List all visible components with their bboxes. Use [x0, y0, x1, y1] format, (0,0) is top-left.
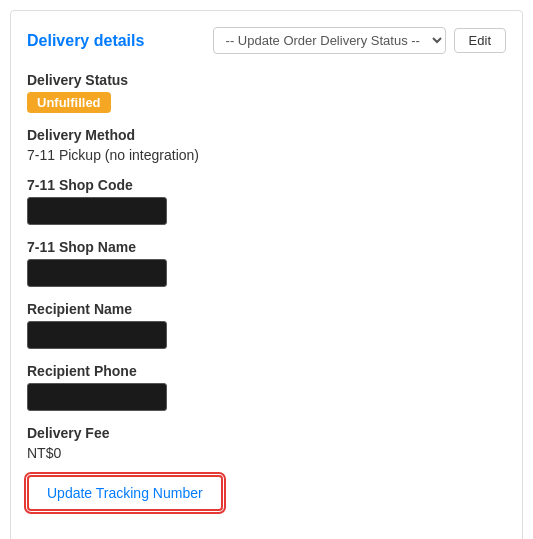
delivery-method-value: 7-11 Pickup (no integration) [27, 147, 506, 163]
card-title: Delivery details [27, 32, 144, 50]
header-controls: -- Update Order Delivery Status -- Fulfi… [213, 27, 506, 54]
recipient-name-section: Recipient Name [27, 301, 506, 349]
recipient-phone-label: Recipient Phone [27, 363, 506, 379]
edit-button[interactable]: Edit [454, 28, 506, 53]
shop-code-section: 7-11 Shop Code [27, 177, 506, 225]
shop-name-section: 7-11 Shop Name [27, 239, 506, 287]
recipient-name-label: Recipient Name [27, 301, 506, 317]
delivery-method-section: Delivery Method 7-11 Pickup (no integrat… [27, 127, 506, 163]
update-button-section: Update Tracking Number [27, 475, 506, 511]
shop-name-input[interactable] [27, 259, 167, 287]
shop-name-label: 7-11 Shop Name [27, 239, 506, 255]
delivery-status-label: Delivery Status [27, 72, 506, 88]
unfulfilled-badge: Unfulfilled [27, 92, 111, 113]
delivery-fee-value: NT$0 [27, 445, 506, 461]
delivery-fee-section: Delivery Fee NT$0 [27, 425, 506, 461]
delivery-details-card: Delivery details -- Update Order Deliver… [10, 10, 523, 539]
delivery-fee-label: Delivery Fee [27, 425, 506, 441]
delivery-status-section: Delivery Status Unfulfilled [27, 72, 506, 113]
card-header: Delivery details -- Update Order Deliver… [27, 27, 506, 54]
delivery-method-label: Delivery Method [27, 127, 506, 143]
recipient-phone-section: Recipient Phone [27, 363, 506, 411]
shop-code-label: 7-11 Shop Code [27, 177, 506, 193]
delivery-status-dropdown[interactable]: -- Update Order Delivery Status -- Fulfi… [213, 27, 446, 54]
update-tracking-button[interactable]: Update Tracking Number [27, 475, 223, 511]
shop-code-input[interactable] [27, 197, 167, 225]
recipient-name-input[interactable] [27, 321, 167, 349]
recipient-phone-input[interactable] [27, 383, 167, 411]
